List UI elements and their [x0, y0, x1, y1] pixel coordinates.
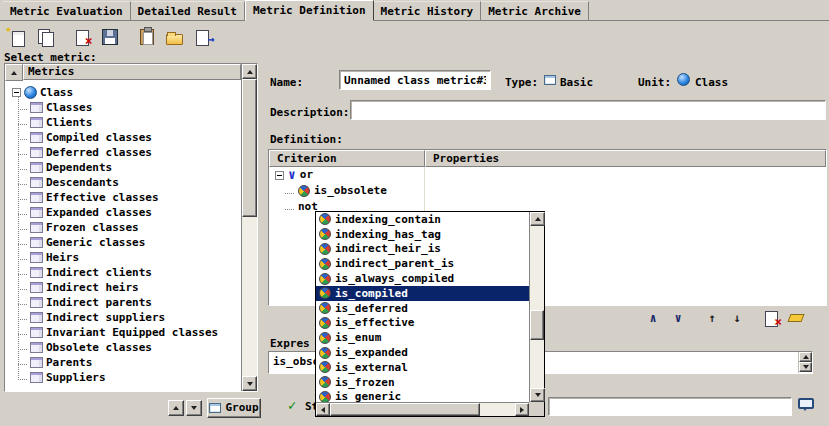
remove-criterion-button[interactable]	[760, 308, 782, 328]
tree-item-invariant-equipped-classes[interactable]: Invariant Equipped classes	[5, 325, 241, 340]
scroll-down-button[interactable]	[799, 362, 812, 372]
scroll-left-button[interactable]	[316, 403, 330, 416]
dropdown-item-is-compiled[interactable]: is_compiled	[316, 286, 529, 301]
tab-metric-history[interactable]: Metric History	[374, 1, 482, 20]
dropdown-item-is-generic[interactable]: is_generic	[316, 390, 529, 402]
dropdown-item-indexing-contain[interactable]: indexing_contain	[316, 212, 529, 227]
tree-scrollbar[interactable]	[241, 64, 257, 391]
tree-item-deferred-classes[interactable]: Deferred classes	[5, 145, 241, 160]
metric-icon	[30, 372, 43, 383]
metrics-column-header[interactable]: Metrics	[23, 64, 241, 80]
tree-item-expanded-classes[interactable]: Expanded classes	[5, 205, 241, 220]
remove-metric-button[interactable]	[69, 25, 94, 49]
dropdown-item-is-always-compiled[interactable]: is_always_compiled	[316, 271, 529, 286]
tree-item-suppliers[interactable]: Suppliers	[5, 370, 241, 385]
scroll-up-button[interactable]	[799, 352, 812, 362]
scroll-thumb[interactable]	[530, 310, 544, 340]
metric-icon	[30, 132, 43, 143]
description-input[interactable]	[350, 100, 826, 120]
expression-scrollbar[interactable]	[798, 352, 812, 373]
dropdown-item-is-enum[interactable]: is_enum	[316, 330, 529, 345]
dropdown-vscrollbar[interactable]	[529, 212, 544, 402]
basic-type-icon	[544, 75, 556, 85]
unit-label: Unit:	[638, 76, 671, 89]
tab-metric-archive[interactable]: Metric Archive	[481, 1, 589, 20]
dropdown-item-is-effective[interactable]: is_effective	[316, 316, 529, 331]
move-metric-down-button[interactable]	[186, 400, 202, 416]
clear-definition-button[interactable]	[785, 308, 807, 328]
tree-item-indirect-heirs[interactable]: Indirect heirs	[5, 280, 241, 295]
dropdown-item-is-frozen[interactable]: is_frozen	[316, 375, 529, 390]
result-input[interactable]	[548, 397, 792, 416]
group-button[interactable]: Group	[207, 398, 261, 418]
dropdown-item-indirect-parent-is[interactable]: indirect_parent_is	[316, 256, 529, 271]
tree-item-dependents[interactable]: Dependents	[5, 160, 241, 175]
open-metric-file-button[interactable]	[162, 25, 187, 49]
new-metric-button[interactable]	[4, 25, 29, 49]
scroll-right-button[interactable]	[515, 403, 529, 416]
tree-item-indirect-clients[interactable]: Indirect clients	[5, 265, 241, 280]
criterion-dropdown: indexing_contain indexing_has_tag indire…	[315, 211, 545, 417]
collapse-icon[interactable]	[275, 171, 284, 180]
tree-item-compiled-classes[interactable]: Compiled classes	[5, 130, 241, 145]
dropdown-item-indexing-has-tag[interactable]: indexing_has_tag	[316, 227, 529, 242]
scroll-up-button[interactable]	[242, 64, 257, 79]
move-metric-up-button[interactable]	[168, 400, 184, 416]
comment-button[interactable]	[798, 398, 814, 412]
move-criterion-down-button[interactable]: ↓	[726, 308, 748, 328]
metric-tree: Class Classes Clients Compiled classes D…	[5, 81, 241, 391]
criterion-icon	[319, 391, 331, 402]
sort-order-button[interactable]	[5, 64, 23, 81]
move-criterion-up-button[interactable]: ↑	[701, 308, 723, 328]
collapse-icon[interactable]	[12, 88, 21, 97]
tree-item-frozen-classes[interactable]: Frozen classes	[5, 220, 241, 235]
and-criterion-button[interactable]: ∧	[642, 308, 664, 328]
tab-metric-evaluation[interactable]: Metric Evaluation	[3, 1, 131, 20]
criterion-column-header[interactable]: Criterion	[269, 150, 425, 167]
dropdown-item-indirect-heir-is[interactable]: indirect_heir_is	[316, 242, 529, 257]
import-metrics-button[interactable]	[134, 25, 159, 49]
scroll-up-button[interactable]	[530, 212, 545, 226]
metric-icon	[30, 177, 43, 188]
metric-icon	[30, 327, 43, 338]
tree-item-heirs[interactable]: Heirs	[5, 250, 241, 265]
name-input[interactable]	[339, 70, 491, 90]
tree-item-classes[interactable]: Classes	[5, 100, 241, 115]
description-label: Description:	[270, 106, 349, 119]
or-criterion-button[interactable]: ∨	[667, 308, 689, 328]
scroll-thumb[interactable]	[242, 79, 257, 217]
dropdown-hscrollbar[interactable]	[316, 402, 529, 416]
scroll-track[interactable]	[242, 79, 257, 376]
tree-item-clients[interactable]: Clients	[5, 115, 241, 130]
tree-item-effective-classes[interactable]: Effective classes	[5, 190, 241, 205]
tree-item-parents[interactable]: Parents	[5, 355, 241, 370]
remove-metric-icon	[73, 28, 91, 46]
tree-item-generic-classes[interactable]: Generic classes	[5, 235, 241, 250]
tree-nav: Group	[168, 398, 261, 418]
dropdown-item-is-deferred[interactable]: is_deferred	[316, 301, 529, 316]
properties-column-header[interactable]: Properties	[425, 150, 826, 167]
duplicate-metric-button[interactable]	[32, 25, 57, 49]
tree-item-descendants[interactable]: Descendants	[5, 175, 241, 190]
scroll-thumb[interactable]	[330, 403, 480, 416]
scroll-track[interactable]	[530, 226, 544, 388]
metric-icon	[30, 282, 43, 293]
criterion-row-is-obsolete[interactable]: is_obsolete	[269, 183, 826, 199]
metric-tree-panel: Metrics Class Classes Clients Compiled c…	[4, 63, 258, 392]
scroll-down-button[interactable]	[242, 376, 257, 391]
export-metric-button[interactable]	[190, 25, 215, 49]
save-metric-button[interactable]	[97, 25, 122, 49]
criterion-row-or[interactable]: ∨ or	[269, 167, 826, 183]
dropdown-item-is-expanded[interactable]: is_expanded	[316, 345, 529, 360]
criterion-icon	[319, 228, 331, 240]
tree-root-class[interactable]: Class	[5, 85, 241, 100]
scroll-track[interactable]	[330, 403, 515, 416]
tab-detailed-result[interactable]: Detailed Result	[131, 1, 245, 20]
scroll-down-button[interactable]	[530, 388, 545, 402]
tree-item-indirect-parents[interactable]: Indirect parents	[5, 295, 241, 310]
tree-item-obsolete-classes[interactable]: Obsolete classes	[5, 340, 241, 355]
criterion-icon	[319, 317, 331, 329]
tree-item-indirect-suppliers[interactable]: Indirect suppliers	[5, 310, 241, 325]
dropdown-item-is-external[interactable]: is_external	[316, 360, 529, 375]
tab-metric-definition[interactable]: Metric Definition	[245, 0, 374, 21]
